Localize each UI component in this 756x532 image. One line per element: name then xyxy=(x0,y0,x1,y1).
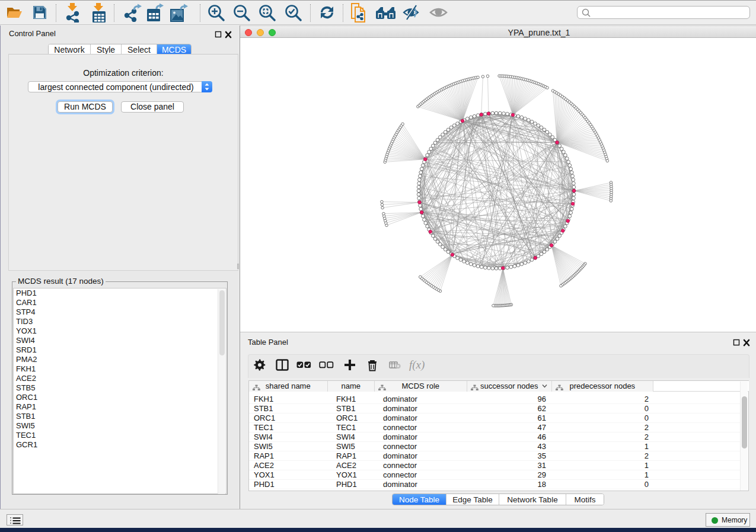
svg-text:f(x): f(x) xyxy=(409,358,425,371)
